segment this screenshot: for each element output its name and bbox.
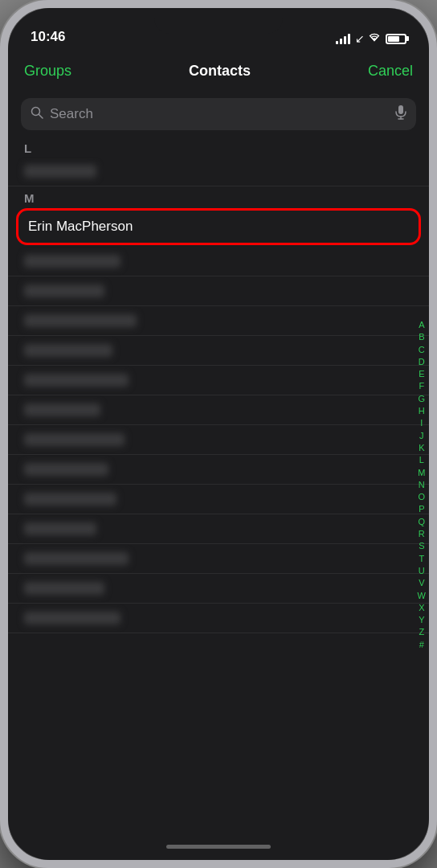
notch <box>154 8 283 34</box>
contacts-list: L M Erin MacPherson <box>8 137 429 833</box>
index-letter-l[interactable]: L <box>419 454 424 465</box>
list-item[interactable] <box>8 276 429 306</box>
index-letter-y[interactable]: Y <box>419 614 424 625</box>
list-item[interactable] <box>8 306 429 336</box>
search-container: Search <box>8 92 429 137</box>
index-letter-k[interactable]: K <box>419 442 424 453</box>
list-item[interactable] <box>8 366 429 395</box>
battery-icon <box>386 34 406 44</box>
index-letter-z[interactable]: Z <box>419 626 424 637</box>
search-icon <box>31 106 43 122</box>
list-item[interactable] <box>8 604 429 633</box>
index-letter-x[interactable]: X <box>419 602 424 613</box>
index-letter-p[interactable]: P <box>419 503 424 514</box>
index-letter-q[interactable]: Q <box>419 516 426 527</box>
index-letter-n[interactable]: N <box>419 479 425 490</box>
list-item[interactable] <box>8 425 429 455</box>
index-letter-s[interactable]: S <box>419 540 424 551</box>
screen: 10:46 ↙ <box>8 8 429 860</box>
home-bar <box>166 845 271 849</box>
index-letter-r[interactable]: R <box>419 528 425 539</box>
section-header-m: M <box>8 186 429 207</box>
list-item[interactable] <box>8 455 429 485</box>
index-letter-w[interactable]: W <box>418 590 426 601</box>
index-letter-i[interactable]: I <box>420 417 423 428</box>
list-item[interactable] <box>8 157 429 186</box>
svg-rect-2 <box>398 105 403 114</box>
alphabet-index: A B C D E F G H I J K L M N O P Q R S T <box>418 137 426 833</box>
wifi-icon: ↙ <box>355 32 381 45</box>
index-letter-h[interactable]: H <box>419 405 425 416</box>
list-item[interactable] <box>8 544 429 574</box>
cancel-button[interactable]: Cancel <box>368 63 413 80</box>
index-letter-f[interactable]: F <box>419 380 424 391</box>
groups-button[interactable]: Groups <box>24 63 71 80</box>
list-item[interactable] <box>8 336 429 366</box>
list-item[interactable] <box>8 485 429 514</box>
nav-bar: Groups Contacts Cancel <box>8 50 429 92</box>
status-icons: ↙ <box>336 32 406 45</box>
index-letter-c[interactable]: C <box>419 344 425 355</box>
signal-icon <box>336 33 350 44</box>
svg-line-1 <box>39 115 43 119</box>
phone-frame: 10:46 ↙ <box>0 0 437 868</box>
index-letter-m[interactable]: M <box>418 467 425 478</box>
index-letter-t[interactable]: T <box>419 553 424 564</box>
index-letter-u[interactable]: U <box>419 565 425 576</box>
highlighted-contact-row[interactable]: Erin MacPherson <box>16 208 421 245</box>
search-bar[interactable]: Search <box>21 98 416 130</box>
list-item[interactable] <box>8 395 429 425</box>
contact-name-erin: Erin MacPherson <box>28 219 133 235</box>
list-item[interactable] <box>8 514 429 544</box>
index-letter-a[interactable]: A <box>419 319 424 330</box>
index-letter-o[interactable]: O <box>419 491 426 502</box>
list-item[interactable] <box>8 574 429 604</box>
microphone-icon[interactable] <box>395 105 406 123</box>
list-item[interactable] <box>8 247 429 276</box>
index-letter-e[interactable]: E <box>419 368 424 379</box>
section-header-l: L <box>8 137 429 157</box>
page-title: Contacts <box>189 63 251 80</box>
index-letter-j[interactable]: J <box>419 430 424 441</box>
index-letter-b[interactable]: B <box>419 331 424 342</box>
index-letter-g[interactable]: G <box>419 393 426 404</box>
index-letter-hash[interactable]: # <box>419 639 424 650</box>
search-input[interactable]: Search <box>50 106 389 122</box>
home-indicator <box>8 833 429 860</box>
index-letter-d[interactable]: D <box>419 356 425 367</box>
index-letter-v[interactable]: V <box>419 577 424 588</box>
status-time: 10:46 <box>31 29 65 45</box>
